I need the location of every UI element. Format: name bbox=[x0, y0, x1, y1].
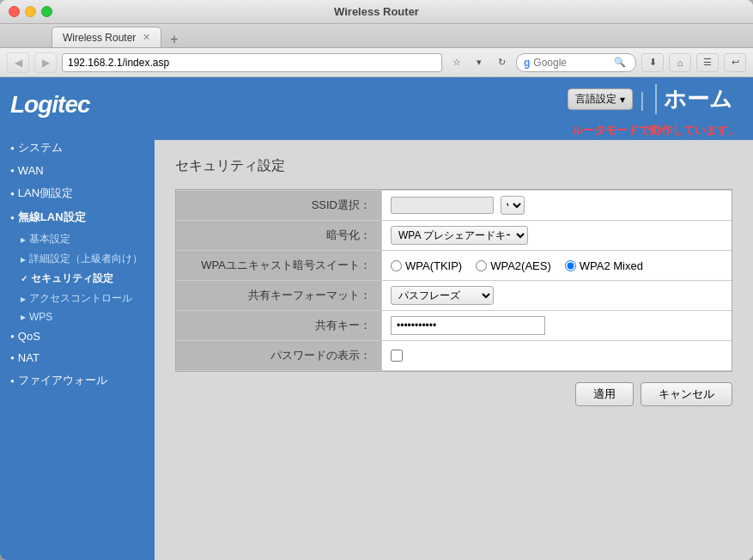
form-table: SSID選択： ▾ 暗号化： WPA プレシェ bbox=[175, 189, 732, 372]
close-button[interactable] bbox=[9, 6, 20, 17]
dot-icon: ● bbox=[10, 332, 15, 340]
dropdown-icon: ▾ bbox=[620, 94, 625, 106]
ssid-select[interactable]: ▾ bbox=[501, 196, 525, 215]
title-bar: Wireless Router bbox=[0, 0, 753, 24]
dot-icon: ● bbox=[10, 214, 15, 222]
wpa-tkip-radio[interactable] bbox=[391, 260, 402, 271]
logo-area: Logitec bbox=[0, 77, 155, 129]
arrow-icon: ▸ bbox=[21, 234, 26, 246]
browser-window: Wireless Router Wireless Router ✕ + ◀ ▶ … bbox=[0, 0, 753, 560]
ssid-label: SSID選択： bbox=[176, 191, 382, 220]
sidebar-sub-label: セキュリティ設定 bbox=[31, 271, 113, 286]
wpa-tkip-option[interactable]: WPA(TKIP) bbox=[391, 259, 462, 272]
sidebar-item-label: QoS bbox=[18, 330, 40, 343]
sidebar-nav: ● システム ● WAN ● LAN側設定 ● 無線LAN設定 ▸ bbox=[0, 129, 155, 399]
wpa-unicast-row: WPAユニキャスト暗号スイート： WPA(TKIP) WPA2(AES) bbox=[176, 251, 732, 281]
encryption-select[interactable]: WPA プレシェアードキー bbox=[391, 226, 528, 245]
shared-key-input[interactable] bbox=[391, 316, 545, 335]
sidebar-item-access-control[interactable]: ▸ アクセスコントロール bbox=[0, 289, 155, 308]
ssid-display bbox=[391, 197, 494, 214]
browser-tab[interactable]: Wireless Router ✕ bbox=[52, 27, 161, 47]
sidebar-item-qos[interactable]: ● QoS bbox=[0, 326, 155, 347]
lang-button[interactable]: 言語設定 ▾ bbox=[568, 88, 633, 110]
tab-close-icon[interactable]: ✕ bbox=[143, 32, 150, 43]
nav-bar: ◀ ▶ ☆ ▾ ↻ g 🔍 ⬇ ⌂ ☰ ↩ bbox=[0, 48, 753, 77]
menu-icon[interactable]: ☰ bbox=[696, 53, 719, 72]
key-format-value: パスフレーズ bbox=[382, 281, 732, 310]
sidebar-item-system[interactable]: ● システム bbox=[0, 136, 155, 160]
bookmark-icon[interactable]: ☆ bbox=[447, 53, 466, 72]
encryption-label: 暗号化： bbox=[176, 221, 382, 250]
more-icon[interactable]: ↩ bbox=[724, 53, 746, 72]
arrow-icon: ▸ bbox=[21, 293, 26, 305]
back-button[interactable]: ◀ bbox=[7, 52, 29, 73]
arrow-icon: ▸ bbox=[21, 253, 26, 265]
nav-icons: ☆ ▾ ↻ bbox=[447, 53, 511, 72]
home-link[interactable]: ホーム bbox=[655, 84, 739, 114]
sidebar-item-nat[interactable]: ● NAT bbox=[0, 347, 155, 368]
sidebar: Logitec ● システム ● WAN ● LAN側設定 ● 無線LAN設定 bbox=[0, 77, 155, 560]
dot-icon: ● bbox=[10, 377, 15, 385]
dot-icon: ● bbox=[10, 354, 15, 362]
wpa2-mixed-option[interactable]: WPA2 Mixed bbox=[565, 259, 643, 272]
key-format-label: 共有キーフォーマット： bbox=[176, 281, 382, 310]
sidebar-item-wps[interactable]: ▸ WPS bbox=[0, 308, 155, 326]
sidebar-item-wan[interactable]: ● WAN bbox=[0, 160, 155, 181]
search-submit-icon[interactable]: 🔍 bbox=[614, 57, 626, 68]
sidebar-item-label: システム bbox=[18, 140, 63, 155]
window-controls bbox=[9, 6, 52, 17]
sidebar-item-label: ファイアウォール bbox=[18, 373, 107, 388]
sidebar-item-label: WAN bbox=[18, 164, 44, 177]
router-mode-text: ルータモードで動作しています。 bbox=[155, 121, 753, 140]
sidebar-sub-label: WPS bbox=[29, 311, 52, 323]
wpa2-aes-option[interactable]: WPA2(AES) bbox=[476, 259, 551, 272]
wpa-unicast-label: WPAユニキャスト暗号スイート： bbox=[176, 251, 382, 280]
encryption-row: 暗号化： WPA プレシェアードキー bbox=[176, 221, 732, 251]
form-area: セキュリティ設定 SSID選択： ▾ bbox=[155, 140, 753, 434]
shared-key-value bbox=[382, 311, 732, 340]
content-area: 言語設定 ▾ | ホーム ルータモードで動作しています。 セキュリティ設定 SS… bbox=[155, 77, 753, 560]
sidebar-item-security[interactable]: ✓ セキュリティ設定 bbox=[0, 269, 155, 289]
wpa2-aes-radio[interactable] bbox=[476, 260, 487, 271]
apply-button[interactable]: 適用 bbox=[575, 382, 634, 406]
key-format-row: 共有キーフォーマット： パスフレーズ bbox=[176, 281, 732, 311]
sidebar-item-basic[interactable]: ▸ 基本設定 bbox=[0, 229, 155, 249]
show-password-value bbox=[382, 341, 732, 370]
minimize-button[interactable] bbox=[25, 6, 36, 17]
divider: | bbox=[640, 88, 645, 112]
encryption-value: WPA プレシェアードキー bbox=[382, 221, 732, 250]
window-title: Wireless Router bbox=[334, 5, 419, 18]
search-input[interactable] bbox=[533, 57, 610, 69]
sidebar-item-lan[interactable]: ● LAN側設定 bbox=[0, 181, 155, 205]
cancel-button[interactable]: キャンセル bbox=[641, 382, 732, 406]
form-title: セキュリティ設定 bbox=[175, 157, 732, 175]
google-icon: g bbox=[524, 57, 530, 69]
show-password-checkbox[interactable] bbox=[391, 350, 403, 362]
new-tab-button[interactable]: + bbox=[165, 32, 183, 47]
maximize-button[interactable] bbox=[41, 6, 52, 17]
download-icon[interactable]: ⬇ bbox=[641, 53, 664, 72]
refresh-icon[interactable]: ↻ bbox=[492, 53, 511, 72]
sidebar-sub-label: アクセスコントロール bbox=[29, 291, 132, 306]
tab-label: Wireless Router bbox=[63, 32, 136, 44]
dot-icon: ● bbox=[10, 144, 15, 152]
sidebar-item-firewall[interactable]: ● ファイアウォール bbox=[0, 368, 155, 393]
sidebar-item-label: 無線LAN設定 bbox=[18, 210, 86, 225]
search-bar: g 🔍 bbox=[516, 53, 636, 72]
home-nav-icon[interactable]: ⌂ bbox=[669, 53, 691, 72]
sidebar-item-label: LAN側設定 bbox=[18, 186, 73, 201]
lang-label: 言語設定 bbox=[575, 92, 616, 107]
bookmark-down-icon[interactable]: ▾ bbox=[470, 53, 489, 72]
wpa2-aes-label: WPA2(AES) bbox=[490, 259, 551, 272]
sidebar-item-wireless[interactable]: ● 無線LAN設定 bbox=[0, 205, 155, 229]
address-bar[interactable] bbox=[62, 53, 442, 72]
main-area: Logitec ● システム ● WAN ● LAN側設定 ● 無線LAN設定 bbox=[0, 77, 753, 560]
sidebar-item-advanced[interactable]: ▸ 詳細設定（上級者向け） bbox=[0, 249, 155, 269]
form-buttons: 適用 キャンセル bbox=[175, 372, 732, 417]
wpa2-mixed-radio[interactable] bbox=[565, 260, 576, 271]
key-format-select[interactable]: パスフレーズ bbox=[391, 286, 494, 305]
show-password-label: パスワードの表示： bbox=[176, 341, 382, 370]
ssid-value: ▾ bbox=[382, 191, 732, 220]
ssid-row: SSID選択： ▾ bbox=[176, 190, 732, 221]
forward-button[interactable]: ▶ bbox=[34, 52, 57, 73]
